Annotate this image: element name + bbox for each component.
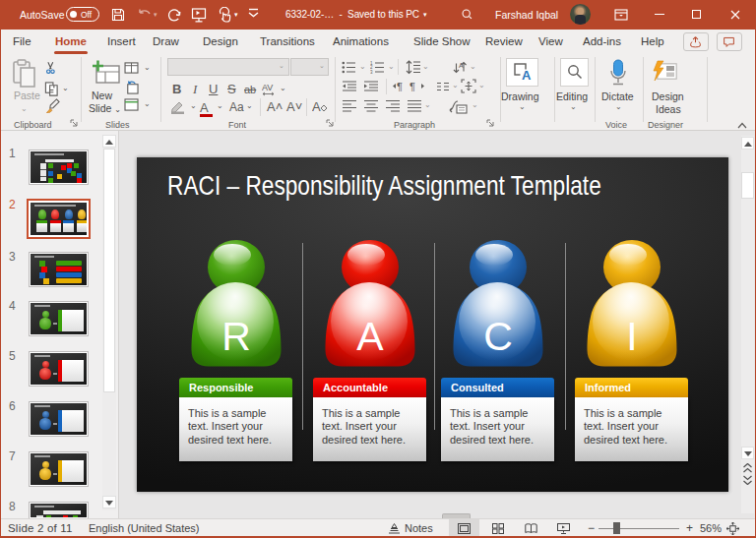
svg-text:AV: AV (262, 83, 273, 92)
svg-text:A: A (522, 68, 532, 81)
svg-text:A: A (312, 99, 321, 114)
svg-text:¶: ¶ (410, 81, 415, 92)
svg-text:¶: ¶ (397, 81, 403, 92)
svg-text:A: A (459, 62, 464, 69)
svg-text:3: 3 (370, 70, 373, 74)
